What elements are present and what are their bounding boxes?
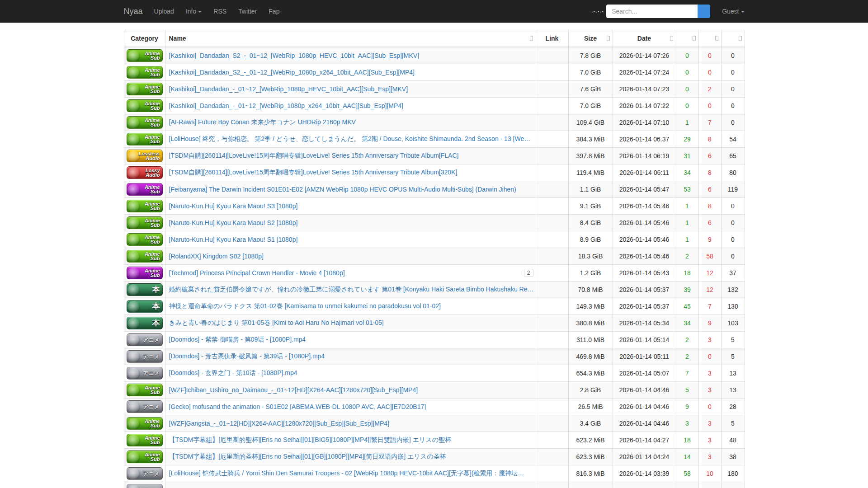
leechers-cell: 0 (698, 348, 721, 365)
torrent-name-link[interactable]: [Kashikoi]_Dandadan_S2_-_01~12_[WebRip_1… (169, 52, 420, 59)
header-downloads[interactable] (721, 30, 745, 47)
sort-icon[interactable] (693, 36, 696, 41)
torrent-name-link[interactable]: [Gecko] mofusand the animation - S01E02 … (169, 403, 426, 410)
torrent-name-link[interactable]: [Feibanyama] The Darwin Incident S01E01-… (169, 186, 516, 193)
category-icon-label: Audio (146, 173, 160, 177)
name-cell: [Doomdos] - 紫禁·御喵房 - 第09话 - [1080P].mp4 (165, 332, 536, 348)
torrent-name-link[interactable]: 神様と運命革命のパラドクス 第01-02巻 [Kamisama to unmei… (169, 302, 441, 310)
category-anime-english-icon[interactable]: AnimeSub (127, 49, 163, 62)
category-literature-icon[interactable]: 本 (127, 283, 163, 296)
size-cell: 380.8 MiB (568, 315, 613, 332)
header-seeders[interactable] (676, 30, 698, 47)
table-row: AnimeSub[WZF]Gangsta_-_01~12[HD][X264-AA… (124, 415, 745, 432)
torrent-name-link[interactable]: [Techmod] Princess Principal Crown Handl… (169, 269, 345, 277)
sort-icon[interactable] (715, 36, 718, 41)
category-anime-english-icon[interactable]: AnimeSub (127, 450, 163, 463)
date-cell: 2026-01-14 05:37 (613, 282, 676, 298)
chevron-down-icon (198, 11, 202, 13)
category-anime-english-icon[interactable]: AnimeSub (127, 434, 163, 446)
table-row: AnimeSub[Naruto-Kun.Hu] Kyou Kara Maou! … (124, 215, 745, 231)
torrent-name-link[interactable]: [Naruto-Kun.Hu] Kyou Kara Maou! S2 [1080… (169, 219, 298, 226)
sort-icon[interactable] (739, 36, 742, 41)
category-anime-raw-icon[interactable]: アニメ (127, 350, 163, 363)
search-input[interactable] (606, 5, 698, 18)
category-anime-english-icon[interactable]: AnimeSub (127, 384, 163, 396)
nav-link-rss[interactable]: RSS (208, 1, 232, 22)
torrent-name-link[interactable]: 【TSDM字幕組】[厄里斯的圣杯][Eris no Seihai][01][GB… (169, 453, 446, 460)
category-anime-english-icon[interactable]: AnimeSub (127, 200, 163, 212)
table-row: AnimeSub[RolandXX] Kingdom S02 [1080p]18… (124, 248, 745, 265)
torrent-name-link[interactable]: [Doomdos] - 玄界之门 - 第10话 - [1080P].mp4 (169, 369, 297, 376)
category-audio-lossless-icon[interactable]: LosslessAudio (127, 150, 163, 162)
category-anime-non-english-icon[interactable]: AnimeSub (127, 183, 163, 196)
seeders-cell (676, 482, 698, 488)
brand-nyaa[interactable]: Nyaa (124, 7, 148, 16)
size-cell: 1.1 GiB (568, 181, 613, 198)
sort-icon[interactable] (607, 36, 610, 41)
nav-link-upload[interactable]: Upload (148, 1, 180, 22)
comments-count-badge[interactable]: 2 (524, 269, 533, 277)
torrent-name-link[interactable]: [Naruto-Kun.Hu] Kyou Kara Maou! S1 [1080… (169, 236, 298, 243)
torrent-name-link[interactable]: [RolandXX] Kingdom S02 [1080p] (169, 253, 264, 260)
link-cell (536, 365, 568, 382)
torrent-name-link[interactable]: きみと青い春のはじまり 第01-05巻 [Kimi to Aoi Haru No… (169, 319, 384, 326)
category-anime-english-icon[interactable]: AnimeSub (127, 66, 163, 79)
header-leechers[interactable] (698, 30, 721, 47)
category-anime-raw-icon[interactable]: アニメ (127, 467, 163, 480)
sort-icon[interactable] (530, 36, 533, 41)
downloads-cell: 80 (721, 164, 745, 181)
torrent-name-link[interactable]: [WZF]Gangsta_-_01~12[HD][X264-AAC][1280x… (169, 420, 390, 427)
date-cell: 2026-01-14 05:07 (613, 365, 676, 382)
torrent-name-link[interactable]: [TSDM自購][260114][LoveLive!15周年翻唱专辑]LoveL… (169, 169, 458, 176)
category-anime-non-english-icon[interactable]: AnimeSub (127, 267, 163, 279)
nav-link-fap[interactable]: Fap (263, 1, 285, 22)
name-cell: [TSDM自購][260114][LoveLive!15周年翻唱专辑]LoveL… (165, 148, 536, 164)
user-menu-guest[interactable]: Guest (722, 8, 744, 15)
torrent-name-link[interactable]: [Kashikoi]_Dandadan_-_01~12_[WebRip_1080… (169, 102, 404, 109)
chevron-down-icon (741, 11, 745, 13)
downloads-cell: 0 (721, 47, 745, 64)
category-anime-english-icon[interactable]: AnimeSub (127, 83, 163, 95)
torrent-name-link[interactable]: [WZF]Ichiban_Ushiro_no_Daimaou_-_01~12[H… (169, 386, 418, 394)
category-anime-english-icon[interactable]: AnimeSub (127, 233, 163, 246)
torrent-name-link[interactable]: [TSDM自購][260114][LoveLive!15周年翻唱专辑]LoveL… (169, 152, 459, 159)
link-cell (536, 332, 568, 348)
sort-icon[interactable] (670, 36, 673, 41)
category-anime-english-icon[interactable]: AnimeSub (127, 133, 163, 145)
torrent-name-link[interactable]: [Kashikoi]_Dandadan_S2_-_01~12_[WebRip_1… (169, 69, 415, 76)
torrent-name-link[interactable]: [Doomdos] - 紫禁·御喵房 - 第09话 - [1080P].mp4 (169, 336, 306, 343)
category-anime-english-icon[interactable]: AnimeSub (127, 116, 163, 129)
category-literature-icon[interactable]: 本 (127, 317, 163, 329)
category-anime-english-icon[interactable]: AnimeSub (127, 99, 163, 112)
category-anime-english-icon[interactable]: AnimeSub (127, 417, 163, 430)
category-anime-english-icon[interactable]: AnimeSub (127, 250, 163, 263)
category-anime-english-icon[interactable]: AnimeSub (127, 216, 163, 229)
category-anime-raw-icon[interactable]: アニメ (127, 400, 163, 413)
torrent-name-link[interactable]: [AI-Raws] Future Boy Conan 未来少年コナン UHDRi… (169, 118, 356, 126)
header-size[interactable]: Size (568, 30, 613, 47)
category-anime-raw-icon[interactable]: アニメ (127, 367, 163, 380)
torrent-name-link[interactable]: 婚約破棄された貧乏伯爵令嬢ですが、憧れの冷徹王弟に溺愛されています 第01巻 [… (169, 286, 534, 293)
category-anime-raw-icon[interactable]: アニメ (127, 484, 163, 488)
name-cell: [Doomdos] - 玄界之门 - 第10话 - [1080P].mp4 (165, 365, 536, 382)
header-date[interactable]: Date (613, 30, 676, 47)
torrent-name-link[interactable]: [LoliHouse] 终究，与你相恋。 第2季 / どうせ、恋してしまうんだ。… (169, 135, 531, 142)
header-name[interactable]: Name (165, 30, 536, 47)
search-button[interactable] (698, 5, 710, 18)
nav-link-twitter[interactable]: Twitter (232, 1, 263, 22)
category-audio-lossy-icon[interactable]: LossyAudio (127, 166, 163, 179)
downloads-cell: 119 (721, 181, 745, 198)
torrent-name-link[interactable]: [Doomdos] - 荒古恩仇录·破风篇 - 第39话 - [1080P].m… (169, 352, 325, 360)
category-icon-label: Sub (151, 139, 160, 144)
link-cell (536, 181, 568, 198)
torrent-name-link[interactable]: [Naruto-Kun.Hu] Kyou Kara Maou! S3 [1080… (169, 202, 298, 210)
torrent-name-link[interactable]: [Kashikoi]_Dandadan_-_01~12_[WebRip_1080… (169, 85, 408, 93)
torrent-name-link[interactable]: [LoliHouse] 铠传武士骑兵 / Yoroi Shin Den Samu… (169, 469, 524, 477)
date-cell (613, 482, 676, 488)
category-anime-raw-icon[interactable]: アニメ (127, 333, 163, 346)
nav-link-info[interactable]: Info (180, 1, 208, 22)
category-literature-icon[interactable]: 本 (127, 300, 163, 313)
date-cell: 2026-01-14 05:46 (613, 248, 676, 265)
torrent-name-link[interactable]: 【TSDM字幕組】[厄里斯的聖杯][Eris no Seihai][01][BI… (169, 436, 451, 443)
link-cell (536, 465, 568, 482)
